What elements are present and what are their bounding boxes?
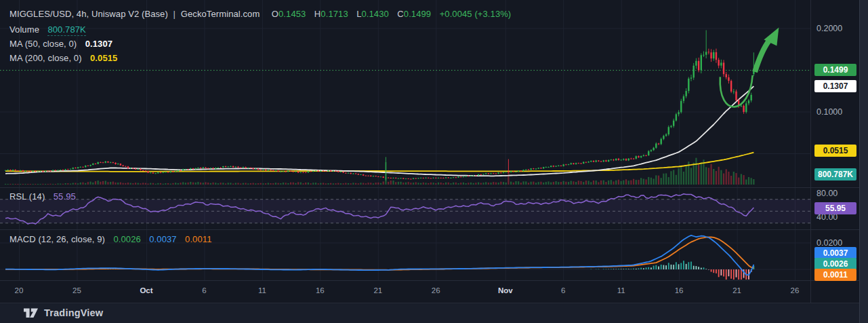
- footer-divider: [0, 303, 868, 303]
- time-axis[interactable]: 2025Oct611162126Nov611162126: [0, 280, 810, 303]
- time-label: 25: [73, 286, 81, 294]
- footer-bar: TradingView: [0, 303, 859, 323]
- legend-separator: |: [171, 9, 178, 19]
- macd-label: MACD (12, 26, close, 9): [9, 234, 105, 244]
- ma200-label: MA (200, close, 0): [9, 53, 82, 63]
- tradingview-brand[interactable]: TradingView: [44, 307, 103, 318]
- annotations: [720, 27, 779, 107]
- high-value: 0.1713: [321, 9, 348, 19]
- price-rsi-divider: [0, 187, 868, 188]
- time-label: 16: [675, 286, 684, 294]
- price-badge: 0.0011: [814, 269, 856, 281]
- axis-label: 0.1000: [817, 107, 842, 117]
- time-label-month: Oct: [140, 286, 152, 294]
- axis-label: 0.0200: [817, 238, 842, 248]
- change-value: +0.0045 (+3.13%): [440, 9, 512, 19]
- rsi-label: RSL (14): [9, 191, 45, 202]
- macd-hist-value: 0.0026: [113, 234, 140, 244]
- price-scale[interactable]: 0.20000.100080.0040.000.02000.14990.1307…: [810, 0, 859, 303]
- price-badge: 800.787K: [814, 168, 856, 180]
- moving-averages: [5, 86, 753, 176]
- right-edge-strip: [859, 0, 868, 323]
- low-label: L: [356, 9, 361, 19]
- chart-canvas[interactable]: [0, 0, 868, 323]
- close-value: 0.1499: [404, 9, 431, 19]
- up-arrow-shaft: [755, 40, 769, 72]
- rsi-legend: RSL (14) 55.95: [9, 191, 76, 202]
- price-badge: 0.1307: [814, 80, 856, 92]
- close-label: C: [397, 9, 404, 19]
- high-label: H: [314, 9, 321, 19]
- open-value: 0.1453: [278, 9, 306, 19]
- time-label: 11: [617, 286, 625, 294]
- time-label: 26: [432, 286, 440, 294]
- macd-signal-value: 0.0011: [185, 234, 211, 244]
- price-badge: 0.1499: [814, 64, 856, 76]
- rsi-macd-divider: [0, 229, 868, 230]
- data-source: GeckoTerminal.com: [181, 9, 260, 19]
- macd-legend: MACD (12, 26, close, 9) 0.0026 0.0037 0.…: [9, 234, 211, 244]
- price-badge: 0.0515: [814, 145, 856, 157]
- time-label: 6: [561, 286, 565, 294]
- price-badge: 55.95: [814, 202, 856, 214]
- symbol-title: MIGGLES/USD, 4h, Uniswap V2 (Base): [9, 9, 168, 19]
- ma200-value: 0.0515: [90, 53, 117, 63]
- time-label: 21: [373, 286, 382, 294]
- volume-legend: Volume 800.787K: [9, 24, 86, 35]
- trading-chart-window: MIGGLES/USD, 4h, Uniswap V2 (Base) | Gec…: [0, 0, 868, 323]
- time-label-month: Nov: [498, 286, 513, 294]
- ma50-label: MA (50, close, 0): [9, 39, 77, 49]
- time-label: 21: [732, 286, 741, 294]
- time-label: 16: [316, 286, 325, 294]
- time-label: 26: [791, 286, 800, 294]
- rsi-value: 55.95: [54, 191, 76, 202]
- volume-label: Volume: [9, 24, 39, 35]
- rsi-panel: [0, 194, 810, 224]
- ma200-legend: MA (200, close, 0) 0.0515: [9, 53, 117, 63]
- time-label: 20: [15, 286, 24, 294]
- axis-label: 80.00: [817, 189, 838, 198]
- ma50-legend: MA (50, close, 0) 0.1307: [9, 39, 112, 49]
- ma50-value: 0.1307: [85, 39, 112, 49]
- time-label: 11: [258, 286, 266, 294]
- volume-value: 800.787K: [47, 24, 85, 36]
- macd-line-value: 0.0037: [149, 234, 176, 244]
- symbol-legend: MIGGLES/USD, 4h, Uniswap V2 (Base) | Gec…: [9, 9, 511, 19]
- tradingview-logo-icon[interactable]: [23, 307, 39, 319]
- axis-label: 0.2000: [817, 24, 842, 33]
- low-value: 0.1430: [362, 9, 389, 19]
- open-label: O: [272, 9, 278, 19]
- time-label: 6: [202, 286, 206, 294]
